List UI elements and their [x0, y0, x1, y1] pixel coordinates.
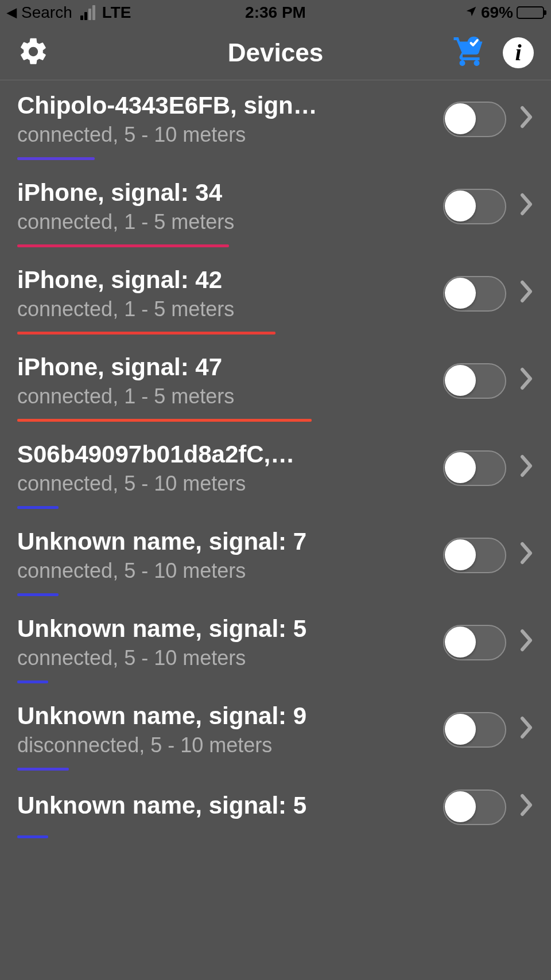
device-title: iPhone, signal: 42	[17, 266, 339, 294]
device-row[interactable]: Unknown name, signal: 5 connected, 5 - 1…	[0, 604, 551, 691]
device-subtitle: connected, 5 - 10 meters	[17, 559, 432, 583]
cellular-signal-icon	[80, 5, 95, 20]
device-title: S06b49097b01d8a2fC,…	[17, 441, 339, 468]
device-toggle[interactable]	[443, 538, 506, 573]
device-subtitle: connected, 1 - 5 meters	[17, 297, 432, 321]
signal-strength-bar	[17, 419, 312, 422]
device-row[interactable]: Unknown name, signal: 5	[0, 778, 551, 865]
device-subtitle: connected, 5 - 10 meters	[17, 123, 432, 147]
signal-strength-bar	[17, 768, 69, 771]
device-subtitle: connected, 1 - 5 meters	[17, 384, 432, 409]
device-title: iPhone, signal: 47	[17, 353, 339, 381]
chevron-right-icon[interactable]	[520, 542, 534, 570]
chevron-right-icon[interactable]	[520, 280, 534, 308]
chevron-right-icon[interactable]	[520, 794, 534, 822]
back-icon[interactable]: ◀	[7, 5, 17, 20]
network-type: LTE	[102, 3, 131, 22]
gear-icon[interactable]	[17, 36, 49, 70]
device-row[interactable]: S06b49097b01d8a2fC,… connected, 5 - 10 m…	[0, 429, 551, 516]
chevron-right-icon[interactable]	[520, 106, 534, 134]
device-toggle[interactable]	[443, 712, 506, 748]
signal-strength-bar	[17, 332, 276, 335]
device-subtitle: connected, 1 - 5 meters	[17, 210, 432, 234]
device-title: Unknown name, signal: 5	[17, 615, 339, 643]
device-toggle[interactable]	[443, 625, 506, 660]
device-toggle[interactable]	[443, 363, 506, 399]
signal-strength-bar	[17, 157, 95, 160]
device-list: Chipolo-4343E6FB, sign… connected, 5 - 1…	[0, 80, 551, 865]
device-title: Chipolo-4343E6FB, sign…	[17, 92, 339, 119]
location-icon	[465, 3, 478, 22]
device-row[interactable]: iPhone, signal: 34 connected, 1 - 5 mete…	[0, 168, 551, 255]
status-bar: ◀ Search LTE 2:36 PM 69%	[0, 0, 551, 25]
device-title: iPhone, signal: 34	[17, 179, 339, 207]
device-row[interactable]: iPhone, signal: 47 connected, 1 - 5 mete…	[0, 342, 551, 429]
status-time: 2:36 PM	[245, 3, 306, 22]
device-row[interactable]: iPhone, signal: 42 connected, 1 - 5 mete…	[0, 255, 551, 342]
signal-strength-bar	[17, 835, 48, 838]
device-subtitle: disconnected, 5 - 10 meters	[17, 733, 432, 757]
device-toggle[interactable]	[443, 189, 506, 224]
battery-percent: 69%	[481, 3, 513, 22]
chevron-right-icon[interactable]	[520, 716, 534, 744]
cart-icon[interactable]	[452, 34, 487, 71]
device-toggle[interactable]	[443, 450, 506, 486]
chevron-right-icon[interactable]	[520, 193, 534, 221]
battery-icon	[517, 6, 544, 19]
device-row[interactable]: Unknown name, signal: 7 connected, 5 - 1…	[0, 516, 551, 604]
device-row[interactable]: Unknown name, signal: 9 disconnected, 5 …	[0, 691, 551, 778]
status-left: ◀ Search LTE	[7, 3, 131, 22]
back-label[interactable]: Search	[21, 3, 72, 22]
chevron-right-icon[interactable]	[520, 454, 534, 483]
device-subtitle: connected, 5 - 10 meters	[17, 646, 432, 670]
device-toggle[interactable]	[443, 790, 506, 825]
signal-strength-bar	[17, 244, 229, 247]
device-subtitle: connected, 5 - 10 meters	[17, 472, 432, 496]
device-toggle[interactable]	[443, 276, 506, 312]
device-toggle[interactable]	[443, 102, 506, 137]
page-title: Devices	[228, 38, 323, 67]
signal-strength-bar	[17, 680, 48, 683]
chevron-right-icon[interactable]	[520, 367, 534, 395]
device-title: Unknown name, signal: 9	[17, 702, 339, 730]
device-row[interactable]: Chipolo-4343E6FB, sign… connected, 5 - 1…	[0, 80, 551, 168]
info-icon[interactable]: i	[503, 37, 534, 68]
chevron-right-icon[interactable]	[520, 629, 534, 657]
nav-bar: Devices i	[0, 25, 551, 80]
status-right: 69%	[465, 3, 544, 22]
signal-strength-bar	[17, 593, 59, 596]
device-title: Unknown name, signal: 7	[17, 528, 339, 555]
device-title: Unknown name, signal: 5	[17, 792, 339, 819]
signal-strength-bar	[17, 506, 59, 509]
